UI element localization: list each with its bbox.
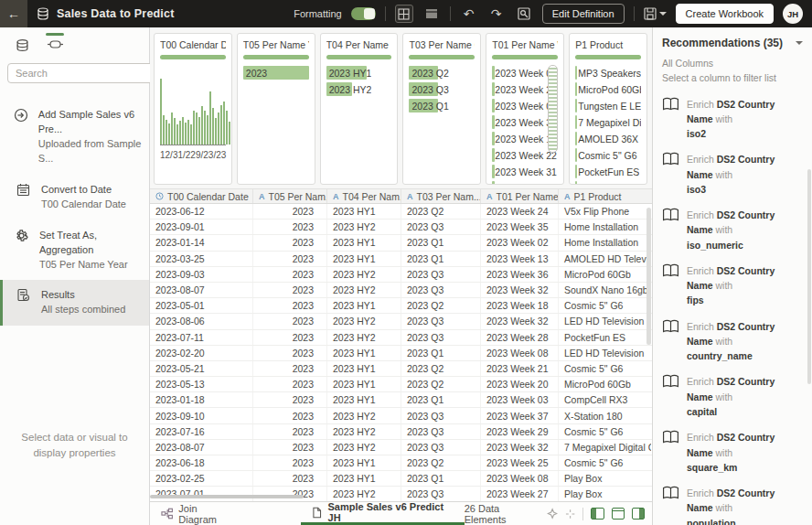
table-view-icon[interactable]	[422, 5, 441, 23]
histogram-bar[interactable]	[187, 120, 189, 145]
table-row[interactable]: 2023-03-2520232023 HY12023 Q12023 Week 1…	[150, 252, 652, 267]
column-header-4[interactable]: AT03 Per Nam...	[401, 189, 481, 203]
table-row[interactable]: 2023-05-0120232023 HY12023 Q22023 Week 1…	[150, 298, 652, 314]
panel-view-icon[interactable]	[395, 5, 413, 23]
left-panel-toggle[interactable]	[591, 508, 604, 520]
table-row[interactable]: 2023-08-0720232023 HY22023 Q32023 Week 3…	[150, 283, 652, 298]
histogram-bar[interactable]	[163, 115, 165, 145]
histogram-bar[interactable]	[190, 124, 192, 145]
table-row[interactable]: 2023-08-0720232023 HY22023 Q32023 Week 3…	[150, 440, 652, 455]
table-row[interactable]: 2023-05-2120232023 HY12023 Q22023 Week 2…	[150, 361, 652, 377]
histogram-bar[interactable]	[198, 117, 200, 145]
value-row[interactable]: AMOLED 36X Standard	[575, 131, 641, 146]
histogram-bar[interactable]	[185, 123, 187, 145]
histogram-bar[interactable]	[218, 112, 219, 145]
histogram-bar[interactable]	[160, 79, 162, 145]
table-row[interactable]: 2023-05-1320232023 HY12023 Q22023 Week 2…	[150, 377, 652, 392]
histogram-bar[interactable]	[231, 120, 232, 145]
histogram-bar[interactable]	[196, 112, 198, 145]
recommendations-caret-icon[interactable]	[796, 41, 803, 45]
value-row[interactable]: Cosmic 5" G6	[575, 147, 641, 163]
histogram-bar[interactable]	[193, 111, 195, 145]
recommendation-item[interactable]: Enrich DS2 Country Name withpopulation	[662, 486, 803, 525]
profile-card-3[interactable]: T04 Per Name ...2023 HY12023 HY2	[320, 33, 399, 185]
undo-icon[interactable]: ↶	[460, 5, 478, 23]
value-row[interactable]: 2023	[243, 65, 309, 80]
value-row[interactable]: 2023 Q1	[409, 98, 475, 113]
value-row[interactable]: PocketFun ES	[575, 164, 641, 179]
table-row[interactable]: 2023-07-1620232023 HY22023 Q32023 Week 2…	[150, 424, 652, 440]
table-row[interactable]: 2023-01-1820232023 HY12023 Q12023 Week 0…	[150, 392, 652, 408]
table-row[interactable]: 2023-01-1420232023 HY12023 Q12023 Week 0…	[150, 235, 652, 251]
inspect-icon[interactable]	[515, 5, 533, 23]
histogram-bar[interactable]	[204, 111, 206, 145]
sparkle-icon[interactable]	[565, 509, 575, 520]
right-panel-toggle[interactable]	[632, 508, 645, 520]
column-header-3[interactable]: AT04 Per Nam...	[327, 189, 401, 203]
recommendation-item[interactable]: Enrich DS2 Country Name withiso_numeric	[662, 208, 803, 252]
tab-data[interactable]	[13, 33, 31, 52]
histogram-bar[interactable]	[179, 121, 181, 145]
column-header-6[interactable]: AP1 Product	[559, 189, 651, 203]
edit-definition-button[interactable]: Edit Definition	[542, 4, 625, 24]
profile-card-5[interactable]: T01 Per Name Week2023 Week 012023 Week 2…	[486, 33, 564, 185]
value-row[interactable]: 2023 HY1	[326, 65, 392, 80]
table-row[interactable]: 2023-02-2020232023 HY12023 Q12023 Week 0…	[150, 346, 652, 361]
histogram-bar[interactable]	[212, 108, 214, 145]
recommendation-item[interactable]: Enrich DS2 Country Name withiso2	[662, 97, 803, 142]
step-item-4[interactable]: ResultsAll steps combined	[0, 280, 149, 326]
join-diagram-button[interactable]: Join Diagram	[150, 502, 246, 525]
recommendation-item[interactable]: Enrich DS2 Country Name withsquare_km	[662, 430, 803, 475]
value-row[interactable]: 2023 Week 20	[492, 180, 558, 185]
search-input[interactable]	[7, 63, 154, 83]
recommendation-item[interactable]: Enrich DS2 Country Name withcapital	[662, 374, 803, 419]
histogram-bar[interactable]	[229, 122, 230, 145]
profile-card-6[interactable]: P1 ProductMP3 Speakers SystemMicroPod 60…	[569, 33, 647, 185]
histogram-bar[interactable]	[182, 117, 184, 145]
histogram-bar[interactable]	[209, 91, 211, 145]
histogram-bar[interactable]	[207, 115, 208, 145]
histogram-bar[interactable]	[226, 111, 228, 145]
active-dataset-tab[interactable]: Sample Sales v6 Predict JH	[301, 502, 465, 525]
table-row[interactable]: 2023-09-0120232023 HY22023 Q32023 Week 3…	[150, 220, 652, 235]
table-horizontal-scrollbar[interactable]	[150, 495, 304, 498]
profile-card-1[interactable]: T00 Calendar Date12/31/229/23/23	[154, 33, 232, 185]
recommendation-item[interactable]: Enrich DS2 Country Name withcountry_name	[662, 319, 803, 364]
histogram-bar[interactable]	[215, 118, 217, 145]
value-row[interactable]: V5x Flip Phone	[575, 180, 641, 185]
value-row[interactable]: MicroPod 60Gb	[575, 81, 641, 97]
top-panel-toggle[interactable]	[612, 508, 625, 520]
value-row[interactable]: 2023 Week 31	[492, 164, 558, 179]
column-header-1[interactable]: T00 Calendar Date	[150, 189, 253, 203]
value-row[interactable]: Tungsten E LED TV	[575, 98, 641, 113]
histogram-bar[interactable]	[174, 118, 176, 145]
value-row[interactable]: 2023 Q2	[409, 65, 475, 80]
profile-card-4[interactable]: T03 Per Name Qtr2023 Q22023 Q32023 Q1	[402, 33, 481, 185]
table-row[interactable]: 2023-08-0620232023 HY22023 Q32023 Week 3…	[150, 314, 652, 329]
table-row[interactable]: 2023-02-2520232023 HY12023 Q12023 Week 0…	[150, 471, 652, 487]
histogram-bar[interactable]	[168, 123, 170, 145]
recommendations-scrollbar[interactable]	[807, 169, 811, 384]
recommendation-item[interactable]: Enrich DS2 Country Name withiso3	[662, 152, 803, 197]
recommend-icon[interactable]	[547, 508, 558, 520]
table-row[interactable]: 2023-06-1820232023 HY12023 Q22023 Week 2…	[150, 455, 652, 471]
histogram-bar[interactable]	[171, 112, 173, 145]
save-menu[interactable]	[644, 7, 667, 20]
histogram-bar[interactable]	[176, 124, 178, 145]
recommendation-item[interactable]: Enrich DS2 Country Name withfips	[662, 263, 803, 308]
table-vertical-scrollbar[interactable]	[646, 208, 651, 345]
redo-icon[interactable]: ↷	[487, 5, 506, 23]
back-button[interactable]: ←	[0, 0, 27, 27]
create-workbook-button[interactable]: Create Workbook	[676, 4, 774, 24]
histogram-bar[interactable]	[201, 106, 203, 145]
avatar[interactable]: JH	[783, 4, 803, 24]
value-row[interactable]: 2023 Q3	[409, 81, 475, 97]
value-row[interactable]: 7 Megapixel Digital Camera	[575, 114, 641, 130]
value-row[interactable]: 2023 HY2	[326, 81, 392, 97]
table-row[interactable]: 2023-06-1220232023 HY12023 Q22023 Week 2…	[150, 204, 652, 220]
histogram-bar[interactable]	[220, 105, 222, 145]
histogram-bar[interactable]	[223, 102, 225, 145]
step-item-1[interactable]: Add Sample Sales v6 Pre...Uploaded from …	[0, 100, 149, 175]
profile-card-2[interactable]: T05 Per Name Y...2023	[237, 33, 315, 185]
table-row[interactable]: 2023-09-1020232023 HY22023 Q32023 Week 3…	[150, 408, 652, 423]
